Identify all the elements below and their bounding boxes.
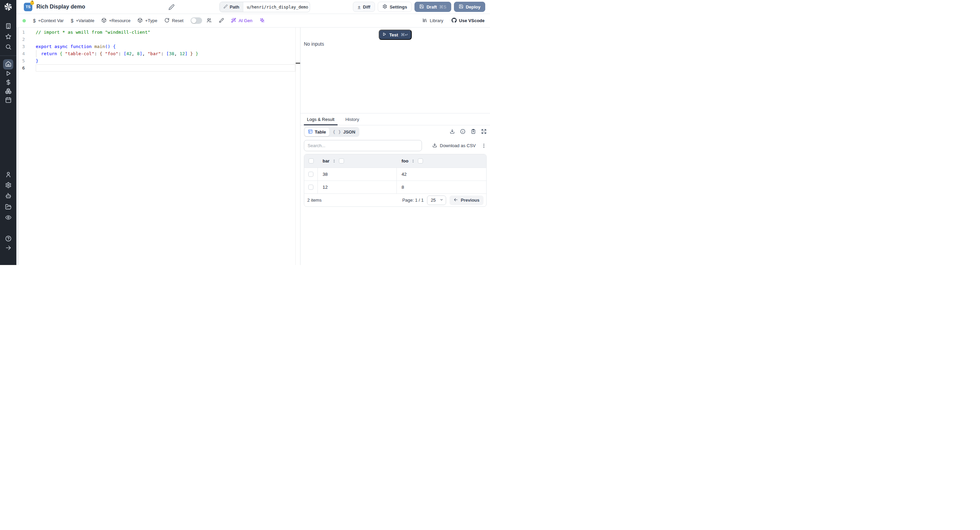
sidebar-item-audit-logs[interactable] bbox=[3, 213, 13, 223]
settings-button[interactable]: Settings bbox=[378, 2, 412, 12]
wand-icon bbox=[231, 18, 236, 24]
sparkles-button[interactable] bbox=[259, 18, 265, 24]
sidebar-item-schedules[interactable] bbox=[3, 95, 13, 105]
add-variable-button[interactable]: $+Variable bbox=[71, 18, 94, 24]
status-dot bbox=[22, 19, 26, 22]
tab-history[interactable]: History bbox=[342, 113, 362, 125]
collaborators-button[interactable] bbox=[207, 18, 212, 24]
result-table: bar foo 38 42 bbox=[304, 154, 487, 207]
code-editor[interactable]: 123456 // import * as wmill from "windmi… bbox=[16, 27, 300, 265]
cell-bar: 38 bbox=[318, 168, 397, 180]
result-tabs: Logs & Result History bbox=[301, 113, 490, 125]
cell-foo: 42 bbox=[397, 168, 486, 180]
chevron-down-icon bbox=[440, 198, 443, 203]
collab-toggle[interactable] bbox=[191, 18, 202, 24]
code-line[interactable]: return { "table-col": { "foo": [42, 8], … bbox=[36, 50, 295, 57]
code-line[interactable] bbox=[36, 36, 295, 43]
line-number: 5 bbox=[16, 57, 25, 64]
download-icon bbox=[432, 143, 437, 149]
save-icon bbox=[419, 4, 424, 10]
table-row[interactable]: 12 8 bbox=[304, 180, 486, 193]
home-icon bbox=[5, 61, 11, 69]
code-line[interactable]: export async function main() { bbox=[36, 43, 295, 50]
select-all-checkbox[interactable] bbox=[309, 158, 314, 163]
column-checkbox-foo[interactable] bbox=[418, 158, 423, 163]
sidebar-item-help[interactable] bbox=[3, 234, 13, 244]
column-checkbox-bar[interactable] bbox=[339, 158, 344, 163]
eye-icon bbox=[5, 214, 11, 222]
line-number: 3 bbox=[16, 43, 25, 50]
path-widget[interactable]: Path u/henri/rich_display_demo bbox=[220, 2, 310, 12]
code-line[interactable] bbox=[36, 64, 295, 72]
line-number: 2 bbox=[16, 36, 25, 43]
column-header-bar[interactable]: bar bbox=[318, 158, 397, 163]
sidebar-item-folders[interactable] bbox=[3, 202, 13, 212]
page-title: Rich Display demo bbox=[37, 4, 85, 10]
test-button[interactable]: Test ⌘↵ bbox=[379, 30, 412, 40]
download-result-icon[interactable] bbox=[450, 129, 455, 136]
arrow-right-icon bbox=[5, 244, 11, 252]
windmill-logo-icon[interactable] bbox=[3, 2, 13, 11]
library-button[interactable]: Library bbox=[422, 18, 443, 24]
path-value: u/henri/rich_display_demo bbox=[243, 2, 310, 12]
sidebar-item-users[interactable] bbox=[3, 170, 13, 180]
overview-ruler[interactable] bbox=[295, 27, 300, 265]
test-shortcut: ⌘↵ bbox=[401, 32, 408, 37]
sidebar bbox=[0, 0, 16, 265]
topbar-actions: ± Diff Settings Draft ⌘S Deploy bbox=[353, 2, 485, 12]
ai-gen-button[interactable]: AI Gen bbox=[231, 18, 252, 24]
arrow-left-icon bbox=[453, 198, 458, 203]
edit-title-pencil-icon[interactable] bbox=[169, 4, 175, 10]
column-header-foo[interactable]: foo bbox=[397, 158, 486, 163]
view-mode-json[interactable]: { } JSON bbox=[329, 128, 359, 136]
sidebar-item-home[interactable] bbox=[3, 59, 13, 69]
play-icon bbox=[382, 32, 387, 37]
add-resource-button[interactable]: +Resource bbox=[102, 18, 130, 24]
code-line[interactable]: // import * as wmill from "windmill-clie… bbox=[36, 29, 295, 36]
sidebar-item-search[interactable] bbox=[3, 42, 13, 53]
typescript-badge-label: TS bbox=[25, 5, 30, 9]
sidebar-expand-arrow[interactable] bbox=[3, 243, 13, 254]
brush-icon bbox=[219, 18, 224, 24]
view-mode-table[interactable]: Table bbox=[305, 128, 329, 136]
kebab-menu-icon[interactable] bbox=[481, 143, 487, 148]
typescript-badge: TS 👶 bbox=[24, 3, 32, 11]
table-row[interactable]: 38 42 bbox=[304, 168, 486, 180]
deploy-button[interactable]: Deploy bbox=[454, 2, 485, 12]
page-size-select[interactable]: 25 bbox=[427, 196, 446, 205]
main-area: TS 👶 Rich Display demo Path u/henri/rich… bbox=[16, 0, 490, 265]
folder-open-icon bbox=[5, 204, 11, 212]
dollar-icon: $ bbox=[33, 18, 36, 24]
previous-page-button[interactable]: Previous bbox=[450, 196, 484, 205]
row-checkbox[interactable] bbox=[308, 185, 313, 190]
sidebar-item-settings[interactable] bbox=[3, 180, 13, 191]
reset-button[interactable]: Reset bbox=[164, 18, 183, 24]
sidebar-item-workspace[interactable] bbox=[3, 21, 13, 32]
package-icon bbox=[137, 18, 143, 24]
add-type-button[interactable]: +Type bbox=[137, 18, 157, 24]
sidebar-item-favorites[interactable] bbox=[3, 32, 13, 42]
add-context-var-button[interactable]: $+Context Var bbox=[33, 18, 64, 24]
info-icon[interactable] bbox=[460, 129, 466, 136]
use-vscode-button[interactable]: Use VScode bbox=[452, 18, 485, 24]
sort-icon[interactable] bbox=[332, 159, 336, 163]
tab-logs-result[interactable]: Logs & Result bbox=[304, 113, 337, 125]
boxes-icon bbox=[5, 88, 11, 96]
expand-icon[interactable] bbox=[481, 129, 487, 136]
code-line[interactable]: } bbox=[36, 57, 295, 64]
format-button[interactable] bbox=[219, 18, 224, 24]
sort-icon[interactable] bbox=[411, 159, 415, 163]
download-csv-button[interactable]: Download as CSV bbox=[432, 143, 476, 149]
page-indicator: Page: 1 / 1 bbox=[402, 198, 424, 203]
row-checkbox[interactable] bbox=[308, 172, 313, 177]
package-icon bbox=[102, 18, 107, 24]
search-input[interactable] bbox=[304, 140, 422, 151]
items-count: 2 items bbox=[307, 198, 321, 203]
library-icon bbox=[422, 18, 427, 24]
copy-result-icon[interactable] bbox=[471, 129, 476, 136]
diff-button[interactable]: ± Diff bbox=[353, 2, 375, 12]
draft-button[interactable]: Draft ⌘S bbox=[414, 2, 451, 12]
buildings-icon bbox=[5, 23, 11, 31]
code-content[interactable]: // import * as wmill from "windmill-clie… bbox=[36, 29, 295, 72]
sidebar-item-workers[interactable] bbox=[3, 192, 13, 202]
